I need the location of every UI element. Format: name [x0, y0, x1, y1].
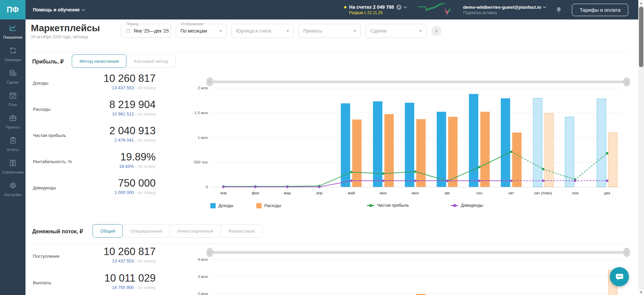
scroll-down-arrow[interactable]: ▼ [638, 289, 644, 295]
period-filter-label: Период [124, 22, 140, 26]
user-account[interactable]: demo-wildberries-guest@planfact.io Подпи… [463, 5, 546, 15]
help-menu-label: Помощь и обучение [33, 7, 80, 12]
sidebar-item-3[interactable]: Сделки [0, 65, 25, 88]
chat-widget-button[interactable] [610, 267, 629, 286]
slider-handle-right[interactable]: || [624, 248, 630, 257]
x-axis-label: дек [596, 191, 618, 195]
period-filter[interactable]: Период Янв '25—дек '25 [121, 24, 171, 38]
legend-label: Чистая прибыль [377, 203, 409, 208]
filter-dropdown-3[interactable]: Сделки [366, 24, 427, 38]
sidebar-item-6[interactable]: Отчёты [0, 133, 25, 155]
metric-plan-link[interactable]: 1 000 000 [114, 190, 134, 195]
calendar-icon [125, 28, 131, 34]
briefcase-icon [9, 114, 17, 124]
metric-plan: 14 750 900 - по плану [112, 285, 156, 290]
chart-range-slider[interactable]: |||| [207, 248, 630, 257]
legend-item-1[interactable]: Доходы [210, 203, 233, 208]
metric-value: 10 011 029 [104, 272, 156, 284]
legend-label: Дивиденды [461, 203, 483, 208]
chart-bar [597, 99, 606, 187]
metric-plan-suffix: - по плану [134, 111, 156, 116]
tab-операционный[interactable]: Операционный [122, 224, 170, 238]
chart-gridline [211, 113, 622, 113]
metric-row: Поступления10 260 81713 437 553 - по пла… [31, 246, 156, 270]
clear-filters-button[interactable]: × [431, 26, 441, 36]
legend-marker-icon [210, 203, 216, 208]
filter-dropdown-placeholder: Проекты [303, 28, 322, 34]
metric-label: Дивиденды [33, 185, 56, 190]
legend-item-3[interactable]: Чистая прибыль [367, 203, 409, 208]
sidebar-item-label: Операции [4, 58, 21, 62]
profit-section-title: Прибыль, ₽ [32, 58, 64, 65]
slider-track[interactable] [210, 81, 627, 83]
tab-кассовый-метод[interactable]: Кассовый метод [126, 54, 176, 68]
chart-bar [448, 117, 458, 187]
y-axis-label: 0 [189, 185, 208, 189]
chart-bar [341, 103, 350, 187]
chart-bar [608, 133, 618, 187]
vertical-scrollbar[interactable]: ▲ ▼ [638, 0, 644, 295]
legend-marker-icon [451, 205, 458, 206]
tab-метод-начисления[interactable]: Метод начисления [72, 54, 126, 68]
sidebar-item-4[interactable]: План [0, 88, 25, 110]
filter-dropdown-placeholder: Юрлица и счета [236, 28, 271, 34]
x-axis-label: окт [500, 191, 522, 195]
sidebar-item-7[interactable]: Справочники [0, 155, 25, 178]
filter-dropdown-2[interactable]: Проекты [299, 24, 361, 38]
metric-plan-link[interactable]: 13 437 553 [112, 258, 134, 263]
planfact-logo[interactable]: ПФ [0, 0, 25, 19]
legend-label: Доходы [218, 203, 233, 208]
slider-handle-left[interactable]: || [207, 248, 213, 257]
cashflow-chart: ||||2 млн3 млн4 млн [189, 224, 635, 295]
metric-plan-suffix: - по плану [134, 190, 156, 195]
slider-handle-right[interactable]: || [624, 78, 630, 86]
metric-plan-link[interactable]: 18.43% [119, 164, 134, 169]
sidebar-item-label: Настройки [4, 193, 21, 197]
slider-handle-left[interactable]: || [207, 78, 213, 86]
sidebar-item-label: План [8, 103, 17, 107]
x-axis-label: янв [213, 191, 234, 195]
gear-icon [9, 181, 17, 191]
tab-общий[interactable]: Общий [93, 224, 123, 238]
x-axis-label: сен [469, 191, 490, 195]
chart-bar [480, 112, 490, 187]
legend-item-2[interactable]: Расходы [256, 203, 281, 208]
display-filter[interactable]: Отображение По месяцам [176, 24, 227, 38]
user-email: demo-wildberries-guest@planfact.io [463, 5, 541, 10]
filter-dropdown-1[interactable]: Юрлица и счета [231, 24, 294, 38]
filter-dropdown-placeholder: Сделки [370, 28, 386, 34]
metric-plan-link[interactable]: 13 437 553 [112, 85, 134, 90]
y-axis-label: 2 млн [189, 86, 208, 90]
y-axis-label: 500 тыс [189, 160, 208, 164]
metric-plan-link[interactable]: 14 750 900 [112, 285, 134, 290]
scrollbar-thumb[interactable] [639, 7, 643, 67]
legend-item-4[interactable]: Дивиденды [451, 203, 483, 208]
bell-icon[interactable] [555, 6, 562, 13]
tariff-payment-button[interactable]: Тарифы и оплата [572, 4, 628, 16]
chart-range-slider[interactable]: |||| [207, 78, 630, 86]
metric-row: Дивиденды750 0001 000 000 - по плану [31, 177, 156, 201]
sidebar-item-5[interactable]: Проекты [0, 110, 25, 133]
page-title: Маркетплейсы [31, 23, 100, 34]
chart-bar [384, 114, 394, 187]
chart-bar [352, 119, 362, 187]
sidebar-item-1[interactable]: Показатели [0, 20, 25, 43]
sidebar-item-8[interactable]: Настройки [0, 178, 25, 200]
metric-value: 8 219 904 [109, 99, 156, 111]
sidebar-item-label: Справочники [2, 170, 23, 174]
metric-label: Выплаты [33, 280, 51, 285]
sidebar-item-2[interactable]: Операции [0, 43, 25, 65]
metric-plan-link[interactable]: 10 961 512 [112, 111, 134, 116]
slider-track[interactable] [210, 251, 627, 254]
chevron-down-icon [404, 5, 407, 8]
balance-sparkline [416, 3, 453, 17]
chart-gridline [211, 259, 622, 260]
filters-row: Период Янв '25—дек '25 Отображение По ме… [121, 24, 441, 38]
metric-value: 10 260 817 [104, 72, 156, 85]
scroll-up-arrow[interactable]: ▲ [638, 0, 644, 6]
books-icon [9, 159, 17, 168]
metric-plan-link[interactable]: 2 476 041 [114, 138, 134, 143]
help-menu[interactable]: Помощь и обучение [33, 7, 85, 12]
metric-plan: 2 476 041 - по плану [114, 138, 156, 143]
accounts-summary[interactable]: На счетах 2 049 788 ₽ Разрыв с 22.11.25 [344, 4, 407, 15]
